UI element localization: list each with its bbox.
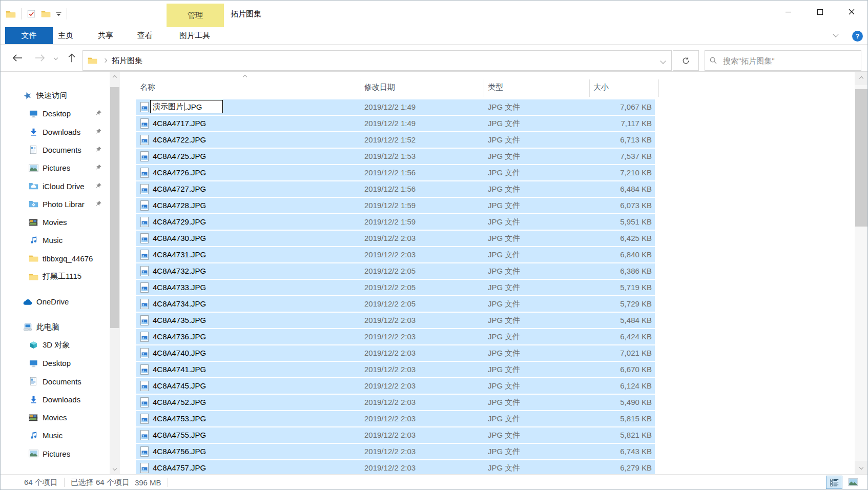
sidebar-item-pictures[interactable]: Pictures bbox=[1, 159, 110, 176]
chevron-up-icon bbox=[113, 75, 117, 79]
new-folder-icon[interactable] bbox=[41, 10, 51, 18]
search-box[interactable] bbox=[705, 50, 861, 71]
sidebar-item-onedrive[interactable]: OneDrive bbox=[1, 293, 110, 310]
address-bar[interactable]: 拓片图集 bbox=[82, 50, 672, 71]
column-header-type[interactable]: 类型 bbox=[488, 83, 503, 92]
sidebar-item-tlbbxgq-44676[interactable]: tlbbxgq_44676 bbox=[1, 250, 110, 267]
details-view-button[interactable] bbox=[826, 476, 842, 489]
back-arrow-icon bbox=[12, 53, 23, 63]
file-row[interactable]: 4C8A4733.JPG2019/12/2 2:05JPG 文件5,719 KB bbox=[136, 280, 655, 295]
qat-dropdown-icon[interactable] bbox=[56, 12, 61, 16]
scroll-up-button[interactable] bbox=[110, 72, 120, 83]
sidebar-item-music[interactable]: Music bbox=[1, 232, 110, 249]
sidebar-item-desktop[interactable]: Desktop bbox=[1, 355, 110, 372]
breadcrumb-chevron-icon[interactable] bbox=[103, 58, 107, 63]
close-button[interactable] bbox=[836, 1, 867, 23]
refresh-button[interactable] bbox=[673, 50, 699, 71]
scroll-up-button[interactable] bbox=[855, 72, 868, 85]
file-date-modified: 2019/12/2 2:03 bbox=[364, 411, 416, 426]
column-separator[interactable] bbox=[484, 79, 484, 97]
recent-locations-dropdown[interactable] bbox=[50, 45, 62, 71]
file-row[interactable]: 4C8A4736.JPG2019/12/2 2:03JPG 文件6,424 KB bbox=[136, 329, 655, 344]
file-row[interactable]: 4C8A4755.JPG2019/12/2 2:03JPG 文件5,821 KB bbox=[136, 427, 655, 443]
sidebar-item-3d-对象[interactable]: 3D 对象 bbox=[1, 337, 110, 354]
sidebar-item-downloads[interactable]: Downloads bbox=[1, 124, 110, 140]
sidebar-item-打黑工1115[interactable]: 打黑工1115 bbox=[1, 268, 110, 285]
file-row[interactable]: 4C8A4753.JPG2019/12/2 2:03JPG 文件5,815 KB bbox=[136, 411, 655, 426]
sidebar-item-music[interactable]: Music bbox=[1, 427, 110, 444]
file-type: JPG 文件 bbox=[488, 149, 520, 164]
sidebar-item-label: Desktop bbox=[43, 109, 71, 118]
tab-view[interactable]: 查看 bbox=[130, 27, 160, 44]
file-size: 7,067 KB bbox=[620, 99, 652, 115]
sidebar-item-downloads[interactable]: Downloads bbox=[1, 391, 110, 408]
file-row[interactable]: 4C8A4725.JPG2019/12/2 1:53JPG 文件7,537 KB bbox=[136, 149, 655, 164]
sidebar-item-此电脑[interactable]: 此电脑 bbox=[1, 319, 110, 336]
file-row[interactable]: 4C8A4735.JPG2019/12/2 2:03JPG 文件5,484 KB bbox=[136, 313, 655, 328]
tab-file[interactable]: 文件 bbox=[5, 27, 53, 44]
file-row[interactable]: 4C8A4731.JPG2019/12/2 2:03JPG 文件6,840 KB bbox=[136, 247, 655, 262]
file-name: 4C8A4740.JPG bbox=[153, 345, 206, 361]
up-button[interactable] bbox=[62, 45, 81, 71]
sidebar-item-label: Music bbox=[43, 431, 63, 440]
sidebar-item-documents[interactable]: Documents bbox=[1, 141, 110, 158]
file-rows: 演示图片.JPG2019/12/2 1:49JPG 文件7,067 KB4C8A… bbox=[136, 99, 655, 474]
column-separator[interactable] bbox=[658, 79, 659, 97]
scroll-down-button[interactable] bbox=[110, 463, 120, 474]
tab-picture-tools[interactable]: 图片工具 bbox=[170, 27, 220, 44]
properties-check-icon[interactable] bbox=[27, 9, 36, 18]
sidebar-item-movies[interactable]: Movies bbox=[1, 409, 110, 426]
tab-share[interactable]: 共享 bbox=[91, 27, 120, 44]
sidebar-item-pictures[interactable]: Pictures bbox=[1, 445, 110, 462]
column-separator[interactable] bbox=[589, 79, 590, 97]
pin-icon bbox=[95, 164, 102, 171]
column-separator[interactable] bbox=[361, 79, 361, 97]
selection-count: 已选择 64 个项目 bbox=[71, 478, 130, 487]
sidebar-item-desktop[interactable]: Desktop bbox=[1, 105, 110, 122]
scrollbar-thumb[interactable] bbox=[855, 89, 867, 227]
column-header-name[interactable]: 名称 bbox=[140, 83, 155, 92]
sidebar-item-快速访问[interactable]: 快速访问 bbox=[1, 87, 110, 104]
file-row[interactable]: 4C8A4752.JPG2019/12/2 2:03JPG 文件5,490 KB bbox=[136, 395, 655, 410]
back-button[interactable] bbox=[8, 45, 27, 71]
file-row[interactable]: 4C8A4722.JPG2019/12/2 1:52JPG 文件6,713 KB bbox=[136, 132, 655, 148]
file-row[interactable]: 4C8A4727.JPG2019/12/2 1:56JPG 文件6,484 KB bbox=[136, 181, 655, 197]
column-header-date-modified[interactable]: 修改日期 bbox=[364, 83, 395, 92]
help-button[interactable]: ? bbox=[852, 31, 863, 42]
file-row[interactable]: 4C8A4729.JPG2019/12/2 1:59JPG 文件5,951 KB bbox=[136, 214, 655, 230]
file-row[interactable]: 4C8A4756.JPG2019/12/2 2:03JPG 文件6,743 KB bbox=[136, 444, 655, 459]
rename-input[interactable]: 演示图片.JPG bbox=[150, 100, 223, 113]
file-row[interactable]: 4C8A4728.JPG2019/12/2 1:59JPG 文件6,073 KB bbox=[136, 198, 655, 213]
file-name: 4C8A4726.JPG bbox=[153, 165, 206, 180]
forward-button[interactable] bbox=[30, 45, 50, 71]
search-input[interactable] bbox=[722, 56, 857, 66]
file-row[interactable]: 4C8A4745.JPG2019/12/2 2:03JPG 文件6,124 KB bbox=[136, 378, 655, 394]
sidebar-item-icloud-drive[interactable]: iCloud Drive bbox=[1, 178, 110, 195]
file-row[interactable]: 4C8A4730.JPG2019/12/2 2:03JPG 文件6,425 KB bbox=[136, 231, 655, 246]
sidebar-scrollbar[interactable] bbox=[110, 72, 120, 474]
breadcrumb-folder[interactable]: 拓片图集 bbox=[112, 56, 142, 66]
file-row[interactable]: 4C8A4757.JPG2019/12/2 2:03JPG 文件6,279 KB bbox=[136, 460, 655, 474]
file-row[interactable]: 4C8A4717.JPG2019/12/2 1:49JPG 文件7,117 KB bbox=[136, 116, 655, 131]
file-row[interactable]: 4C8A4740.JPG2019/12/2 2:03JPG 文件7,021 KB bbox=[136, 345, 655, 361]
file-name: 4C8A4731.JPG bbox=[153, 247, 206, 262]
sidebar-item-documents[interactable]: Documents bbox=[1, 373, 110, 390]
sidebar-item-photo-librar[interactable]: Photo Librar bbox=[1, 196, 110, 213]
file-row[interactable]: 演示图片.JPG2019/12/2 1:49JPG 文件7,067 KB bbox=[136, 99, 655, 115]
list-scrollbar[interactable] bbox=[855, 72, 868, 474]
scroll-down-button[interactable] bbox=[855, 461, 868, 474]
file-row[interactable]: 4C8A4741.JPG2019/12/2 2:03JPG 文件6,670 KB bbox=[136, 362, 655, 377]
column-header-size[interactable]: 大小 bbox=[593, 83, 609, 92]
minimize-button[interactable] bbox=[772, 1, 804, 23]
tab-home[interactable]: 主页 bbox=[51, 27, 80, 44]
thumbnails-view-button[interactable] bbox=[845, 476, 861, 489]
file-date-modified: 2019/12/2 2:03 bbox=[364, 313, 416, 328]
file-row[interactable]: 4C8A4732.JPG2019/12/2 2:05JPG 文件6,386 KB bbox=[136, 263, 655, 279]
file-row[interactable]: 4C8A4734.JPG2019/12/2 2:05JPG 文件5,729 KB bbox=[136, 296, 655, 312]
maximize-button[interactable] bbox=[804, 1, 836, 23]
sidebar-item-movies[interactable]: Movies bbox=[1, 214, 110, 231]
file-row[interactable]: 4C8A4726.JPG2019/12/2 1:56JPG 文件7,210 KB bbox=[136, 165, 655, 180]
scrollbar-thumb[interactable] bbox=[110, 87, 119, 328]
sidebar-item-label: Downloads bbox=[43, 128, 80, 136]
address-dropdown-icon[interactable] bbox=[660, 58, 666, 64]
